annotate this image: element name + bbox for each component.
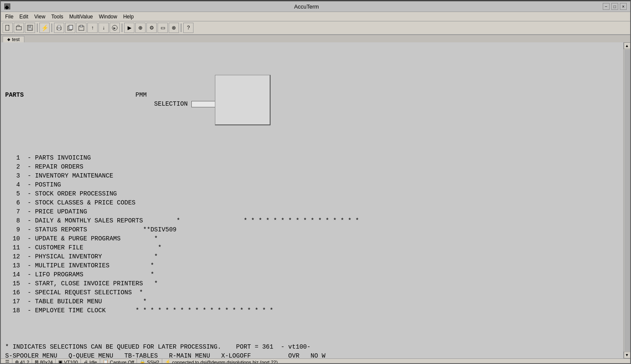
toolbar-settings[interactable]: ⚙ [146,23,157,33]
status-idle: 🖨 Idle [81,359,100,364]
svg-rect-0 [6,25,9,30]
close-button[interactable]: × [620,3,627,10]
terminal-content: PARTS PMM DSI Solutions SELECTION 1 - PA… [5,64,619,358]
toolbar-paste[interactable] [76,23,86,33]
menu-item-18: EMPLOYEE TIME CLOCK [35,307,106,314]
toolbar: ⚡ ↑ ↓ ▶ ▶ ⊕ ⚙ ▭ ⊗ ? [1,21,630,35]
menu-item-11: CUSTOMER FILE [35,244,83,251]
title-bar-controls: − □ × [603,3,627,10]
menu-item-1: PARTS INVOICING [35,154,91,161]
menu-view[interactable]: View [32,13,48,21]
toolbar-connect[interactable]: ⚡ [39,23,50,33]
menu-item-8: DAILY & MONTHLY SALES REPORTS [35,217,143,224]
menu-item-14: LIFO PROGRAMS [35,271,83,278]
toolbar-run[interactable]: ▶ [124,23,134,33]
menu-help[interactable]: Help [121,13,137,21]
svg-rect-7 [58,29,60,30]
terminal-selection-label: SELECTION [154,101,188,107]
scroll-up-button[interactable]: ▲ [624,42,631,49]
connection-icon: ⚡ [165,359,171,364]
terminal-footer-1: * INDICATES SELECTIONS CAN BE QUEUED FOR… [5,343,311,350]
window-title: AccuTerm [10,3,603,10]
svg-rect-3 [28,25,31,27]
vt100-icon: ▣ [58,359,63,364]
terminal-scrollbar: ▲ ▼ [623,42,630,358]
menu-item-3: INVENTORY MAINTENANCE [35,172,113,179]
tab-bar: ◆ test [1,35,630,42]
menu-item-15: START, CLOSE INVOICE PRINTERS [35,280,143,287]
status-menu[interactable]: ☰ [3,359,12,364]
scroll-down-button[interactable]: ▼ [624,352,631,358]
toolbar-separator-3 [122,24,122,32]
scroll-track[interactable] [624,50,630,351]
status-capture: 📋 Capture Off [100,359,137,364]
toolbar-upload[interactable]: ↑ [87,23,98,33]
toolbar-stop[interactable]: ⊗ [169,23,179,33]
toolbar-copy[interactable] [65,23,75,33]
menu-item-17: TABLE BUILDER MENU [35,298,102,305]
toolbar-print[interactable] [54,23,64,33]
minimize-button[interactable]: − [603,3,610,10]
toolbar-script[interactable]: ▶ [110,23,120,33]
position-icon: ⊕ [15,359,19,364]
menu-item-5: STOCK ORDER PROCESSING [35,190,117,197]
menu-item-12: PHYSICAL INVENTORY [35,253,102,260]
app-icon: ◆ [4,3,10,9]
terminal-dropdown [215,75,271,125]
ssh-label: SSH2 [147,360,159,364]
tab-test[interactable]: ◆ test [3,36,24,42]
menu-item-9: STATUS REPORTS [35,226,87,233]
status-vt100: ▣ VT100 [56,359,80,364]
toolbar-new[interactable] [3,23,13,33]
printer-icon: 🖨 [83,360,88,364]
capture-icon: 📋 [103,359,109,364]
dsiv-label: *DSIV509 [147,226,177,233]
menu-tools[interactable]: Tools [49,13,66,21]
menu-file[interactable]: File [3,13,16,21]
status-size: ⊠ 80x24 [32,359,56,364]
menu-multivalue[interactable]: MultiValue [67,13,95,21]
toolbar-save[interactable] [25,23,35,33]
menu-item-10: UPDATE & PURGE PROGRAMS [35,235,121,242]
title-bar: ◆ AccuTerm − □ × [1,1,630,12]
menu-item-16: SPECIAL REQUEST SELECTIONS [35,289,132,296]
svg-rect-9 [69,25,73,30]
size-value: 80x24 [40,360,53,364]
capture-label: Capture Off [110,360,134,364]
terminal-wrapper: PARTS PMM DSI Solutions SELECTION 1 - PA… [1,42,630,358]
svg-rect-6 [58,25,60,27]
status-position: ⊕ 41,2 [12,359,32,364]
terminal-footer-2: S-SPOOLER MENU Q-QUEUE MENU TB-TABLES R-… [5,352,325,358]
maximize-button[interactable]: □ [611,3,618,10]
terminal-header-pmm: PMM [136,92,147,98]
menu-item-4: POSTING [35,181,61,188]
tab-label: test [12,37,20,42]
toolbar-help[interactable]: ? [183,23,193,33]
size-icon: ⊠ [35,359,39,364]
menu-item-2: REPAIR ORDERS [35,163,83,170]
terminal-header-parts: PARTS [5,92,24,98]
terminal-screen[interactable]: PARTS PMM DSI Solutions SELECTION 1 - PA… [1,42,623,358]
status-bar: ☰ ⊕ 41,2 ⊠ 80x24 ▣ VT100 🖨 Idle 📋 Captur… [1,358,630,364]
connection-label: connected to dsi@devqm.dsisolutions.biz … [172,360,278,364]
menu-item-13: MULTIPLE INVENTORIES [35,262,110,269]
status-menu-icon: ☰ [5,359,9,364]
status-ssh: 🔒 SSH2 [137,359,162,364]
menu-item-6: STOCK CLASSES & PRICE CODES [35,199,136,206]
toolbar-download[interactable]: ↓ [98,23,109,33]
tab-icon: ◆ [7,37,10,41]
toolbar-separator-1 [37,24,38,32]
toolbar-open[interactable] [14,23,24,33]
svg-rect-4 [28,28,32,30]
title-bar-left: ◆ [4,3,10,9]
toolbar-window2[interactable]: ▭ [158,23,168,33]
menu-edit[interactable]: Edit [17,13,31,21]
menu-window[interactable]: Window [96,13,120,21]
toolbar-separator-4 [181,24,182,32]
toolbar-target[interactable]: ⊕ [135,23,146,33]
status-connection: ⚡ connected to dsi@devqm.dsisolutions.bi… [162,359,628,364]
svg-rect-1 [16,27,21,30]
position-value: 41,2 [20,360,29,364]
menu-item-7: PRICE UPDATING [35,208,87,215]
ssh-icon: 🔒 [140,359,146,364]
